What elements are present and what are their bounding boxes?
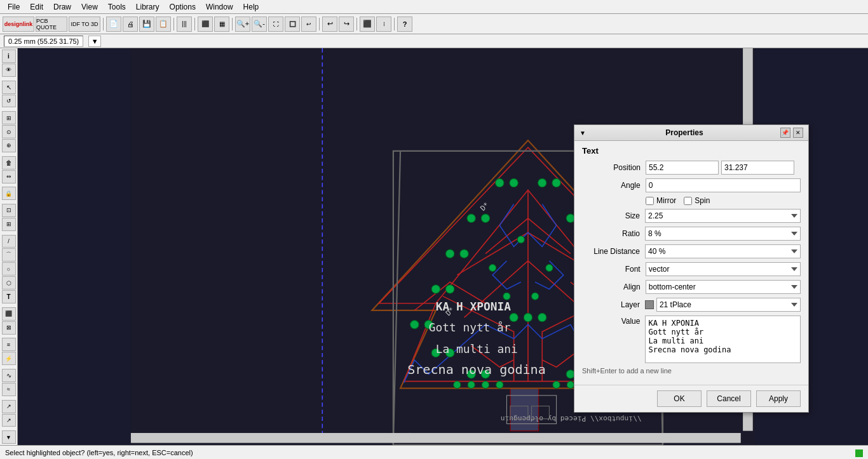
status-indicator xyxy=(855,449,863,457)
svg-point-13 xyxy=(460,249,468,258)
drc-btn[interactable]: ⬛ xyxy=(198,17,213,32)
svg-rect-62 xyxy=(131,433,741,443)
svg-point-36 xyxy=(546,264,553,271)
keepout-btn[interactable]: ⊠ xyxy=(2,321,16,335)
idf3d-btn[interactable]: IDF TO 3D xyxy=(69,17,100,32)
canvas-area[interactable]: KA H XPONIA Gott nytt år La multi ani Sr… xyxy=(18,48,868,445)
pcbquote-btn[interactable]: PCB QUOTE xyxy=(36,17,67,32)
svg-point-6 xyxy=(538,178,546,187)
layer-select[interactable]: 21 tPlace 20 bPlace 0 F.Cu xyxy=(656,298,801,312)
mirror-checkbox-row: Mirror xyxy=(646,196,676,205)
font-label: Font xyxy=(582,265,646,274)
ratio-select[interactable]: 8 % 10 % 15 % xyxy=(645,227,801,241)
menu-draw[interactable]: Draw xyxy=(48,1,76,13)
spin-checkbox[interactable] xyxy=(684,197,692,205)
cancel-button[interactable]: Cancel xyxy=(707,390,751,407)
angle-input[interactable] xyxy=(646,178,801,192)
align-select[interactable]: bottom-center top-left center-center bot… xyxy=(646,280,801,294)
svg-point-32 xyxy=(510,313,518,321)
zoom-fit-btn[interactable]: ⛶ xyxy=(268,17,283,32)
track-btn[interactable]: ⊞ xyxy=(2,111,16,124)
menu-file[interactable]: File xyxy=(3,1,25,13)
cursor-btn[interactable]: ↖ xyxy=(2,81,16,94)
ratio-row: Ratio 8 % 10 % 15 % xyxy=(582,227,801,241)
coord-toggle[interactable]: ▼ xyxy=(88,36,101,47)
spin-checkbox-row: Spin xyxy=(684,196,710,205)
svg-point-7 xyxy=(552,178,560,187)
svg-point-8 xyxy=(467,214,475,222)
zone-btn[interactable]: ⬛ xyxy=(2,307,16,321)
apply-button[interactable]: Apply xyxy=(756,390,801,407)
menu-help[interactable]: Help xyxy=(238,1,264,13)
svg-text:Srecna nova godina: Srecna nova godina xyxy=(407,362,546,377)
stop-btn[interactable]: ⬛ xyxy=(360,17,375,32)
properties-dialog: ▼ Properties 📌 ✕ Text Position xyxy=(574,124,809,413)
ok-button[interactable]: OK xyxy=(657,390,702,407)
zoom-prev-btn[interactable]: ↩ xyxy=(301,17,316,32)
eye-btn[interactable]: 👁 xyxy=(2,63,16,77)
arrow-btn[interactable]: ↗ xyxy=(2,400,16,413)
redo-btn[interactable]: ↪ xyxy=(339,17,354,32)
menu-options[interactable]: Options xyxy=(165,1,201,13)
font-select[interactable]: vector Arial Times xyxy=(646,262,801,276)
route-btn[interactable]: ∿ xyxy=(2,369,16,382)
down-btn[interactable]: ▼ xyxy=(2,430,16,444)
pad-btn[interactable]: ⁞ xyxy=(376,17,391,32)
menu-edit[interactable]: Edit xyxy=(25,1,48,13)
menu-view[interactable]: View xyxy=(76,1,103,13)
ratsnest-btn[interactable]: ⊕ xyxy=(2,139,16,152)
save-btn[interactable]: 💾 xyxy=(139,17,154,32)
pad2-btn[interactable]: ⊡ xyxy=(2,204,16,217)
layer-btn[interactable]: ▦ xyxy=(214,17,229,32)
layer2-btn[interactable]: ≡ xyxy=(2,338,16,351)
copper-btn[interactable]: ⚡ xyxy=(2,352,16,365)
size-select-container: 2.25 1.5 2.0 3.0 xyxy=(645,209,801,223)
circle-btn[interactable]: ○ xyxy=(2,262,16,276)
svg-point-37 xyxy=(503,293,510,300)
dialog-buttons: OK Cancel Apply xyxy=(574,385,808,412)
arrow2-btn[interactable]: ↗ xyxy=(2,414,16,427)
svg-point-35 xyxy=(489,264,496,271)
menu-window[interactable]: Window xyxy=(201,1,238,13)
svg-point-41 xyxy=(468,382,475,389)
position-x-input[interactable] xyxy=(646,161,719,175)
help-btn[interactable]: ? xyxy=(397,17,412,32)
zoom-out-btn[interactable]: 🔍- xyxy=(252,17,267,32)
diff-btn[interactable]: ≈ xyxy=(2,383,16,396)
dialog-pin-btn[interactable]: 📌 xyxy=(780,128,790,138)
zoom-in-btn[interactable]: 🔍+ xyxy=(235,17,250,32)
dialog-body: Text Position Angle xyxy=(574,141,808,385)
menu-tools[interactable]: Tools xyxy=(103,1,131,13)
print-btn[interactable]: 🖨 xyxy=(123,17,138,32)
line-distance-label: Line Distance xyxy=(582,247,645,256)
page-btn[interactable]: 📋 xyxy=(156,17,171,32)
via-btn[interactable]: ⊙ xyxy=(2,125,16,138)
position-y-input[interactable] xyxy=(721,161,794,175)
mirror-spin-row: Mirror Spin xyxy=(582,196,801,205)
arc-btn[interactable]: ⌒ xyxy=(2,248,16,262)
menu-library[interactable]: Library xyxy=(131,1,165,13)
svg-point-12 xyxy=(445,249,454,258)
poly-btn[interactable]: ⬡ xyxy=(2,276,16,289)
measure-btn[interactable]: ⇔ xyxy=(2,170,16,183)
mirror-checkbox[interactable] xyxy=(646,197,654,205)
lock-btn[interactable]: 🔒 xyxy=(2,187,16,200)
info-btn[interactable]: i xyxy=(2,50,16,63)
net-btn[interactable]: ||| xyxy=(177,17,192,32)
size-select[interactable]: 2.25 1.5 2.0 3.0 xyxy=(645,209,801,223)
dialog-titlebar[interactable]: ▼ Properties 📌 ✕ xyxy=(574,125,808,141)
undo-btn[interactable]: ↩ xyxy=(322,17,337,32)
svg-point-5 xyxy=(510,178,518,187)
text-btn[interactable]: T xyxy=(2,290,16,303)
delete-btn[interactable]: 🗑 xyxy=(2,156,16,170)
rotate-btn[interactable]: ↺ xyxy=(2,95,16,108)
dialog-close-btn[interactable]: ✕ xyxy=(793,128,803,138)
line-distance-select[interactable]: 40 % 20 % 30 % xyxy=(645,244,801,258)
svg-point-20 xyxy=(410,321,419,329)
value-textarea[interactable]: KA H XPONIA Gott nytt år La multi ani Sr… xyxy=(645,316,801,363)
footprint-btn[interactable]: ⊞ xyxy=(2,218,16,231)
zoom-sel-btn[interactable]: 🔲 xyxy=(285,17,300,32)
new-btn[interactable]: 📄 xyxy=(106,17,121,32)
designlink-btn[interactable]: designlink xyxy=(3,17,34,32)
line-btn[interactable]: / xyxy=(2,235,16,248)
